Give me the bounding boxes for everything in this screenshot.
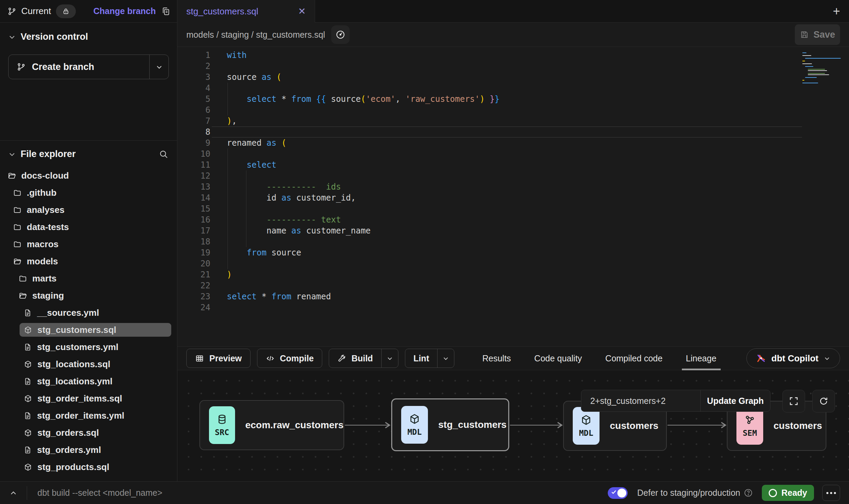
- file-item-stg-orders-sql[interactable]: stg_orders.sql: [0, 424, 177, 441]
- file-item-staging[interactable]: staging: [0, 287, 177, 304]
- node-label: ecom.raw_customers: [245, 420, 344, 431]
- lineage-selector-input[interactable]: 2+stg_customers+2: [581, 390, 701, 411]
- file-item-label: stg_locations.sql: [37, 359, 110, 370]
- lineage-panel[interactable]: SRCecom.raw_customersMDLstg_customersMDL…: [177, 370, 849, 481]
- line-number: 13: [177, 181, 212, 192]
- line-content: renamed as (: [212, 137, 802, 148]
- tab-lineage[interactable]: Lineage: [674, 347, 728, 370]
- preview-button[interactable]: Preview: [186, 349, 251, 368]
- code-line-1: 1with: [177, 50, 849, 61]
- line-number: 3: [177, 72, 212, 83]
- search-icon[interactable]: [159, 149, 169, 159]
- defer-toggle[interactable]: [608, 487, 628, 499]
- line-content: select * from renamed: [212, 291, 802, 302]
- close-icon[interactable]: ✕: [298, 6, 306, 17]
- tab-stg-customers[interactable]: stg_customers.sql ✕: [177, 0, 315, 23]
- code-line-10: 10: [177, 148, 849, 159]
- lint-dropdown[interactable]: [438, 355, 454, 362]
- dbt-copilot-button[interactable]: dbt Copilot: [746, 348, 840, 368]
- code-line-23: 23select * from renamed: [177, 291, 849, 302]
- file-item-label: stg_orders.sql: [37, 428, 99, 438]
- create-branch-dropdown[interactable]: [150, 63, 168, 71]
- file-item-analyses[interactable]: analyses: [0, 201, 177, 218]
- copilot-label: dbt Copilot: [771, 353, 818, 364]
- file-item-stg-locations-sql[interactable]: stg_locations.sql: [0, 356, 177, 373]
- file-item-macros[interactable]: macros: [0, 236, 177, 253]
- status-badge[interactable]: Ready: [762, 485, 814, 501]
- copy-icon[interactable]: [161, 6, 171, 16]
- chevron-down-icon[interactable]: [8, 151, 16, 158]
- line-content: [212, 127, 802, 137]
- lint-button[interactable]: Lint: [405, 349, 455, 368]
- code-line-9: 9renamed as (: [177, 137, 849, 148]
- code-editor[interactable]: 1with23source as (45 select * from {{ so…: [177, 47, 849, 346]
- file-item-stg-locations-yml[interactable]: stg_locations.yml: [0, 373, 177, 390]
- code-line-5: 5 select * from {{ source('ecom', 'raw_c…: [177, 94, 849, 105]
- minimap[interactable]: [802, 52, 839, 85]
- file-item--sources-yml[interactable]: __sources.yml: [0, 304, 177, 321]
- file-item-data-tests[interactable]: data-tests: [0, 218, 177, 236]
- code-line-12: 12: [177, 170, 849, 181]
- build-button[interactable]: Build: [329, 349, 398, 368]
- tab-results[interactable]: Results: [470, 347, 522, 370]
- build-dropdown[interactable]: [382, 355, 398, 362]
- create-branch-button[interactable]: Create branch: [8, 55, 169, 79]
- file-item-label: staging: [32, 290, 64, 301]
- more-options-button[interactable]: [822, 485, 840, 501]
- file-item-label: analyses: [27, 205, 65, 215]
- file-item--github[interactable]: .github: [0, 184, 177, 201]
- ide-app: Current Change branch Version control: [0, 0, 849, 481]
- indent-guide: [228, 159, 228, 170]
- new-tab-button[interactable]: +: [833, 4, 840, 19]
- fullscreen-button[interactable]: [782, 390, 805, 412]
- file-item-label: marts: [32, 273, 57, 284]
- lineage-node-ecom-raw-customers[interactable]: SRCecom.raw_customers: [199, 400, 344, 450]
- tab-code-quality[interactable]: Code quality: [523, 347, 594, 370]
- line-number: 9: [177, 137, 212, 148]
- change-branch-link[interactable]: Change branch: [93, 6, 156, 16]
- compass-icon[interactable]: [331, 25, 350, 44]
- file-item-stg-customers-yml[interactable]: stg_customers.yml: [0, 338, 177, 356]
- wrench-icon: [337, 354, 346, 363]
- file-item-stg-order-items-yml[interactable]: stg_order_items.yml: [0, 407, 177, 424]
- chevron-down-icon: [823, 355, 831, 362]
- refresh-button[interactable]: [812, 390, 835, 412]
- fullscreen-icon: [789, 396, 799, 406]
- file-item-stg-customers-sql[interactable]: stg_customers.sql: [20, 323, 171, 337]
- file-item-docs-cloud[interactable]: docs-cloud: [0, 167, 177, 184]
- file-item-models[interactable]: models: [0, 253, 177, 270]
- git-branch-icon: [8, 7, 16, 16]
- file-item-stg-order-items-sql[interactable]: stg_order_items.sql: [0, 390, 177, 407]
- code-line-8: 8: [177, 127, 849, 137]
- help-icon[interactable]: [744, 488, 753, 497]
- command-input[interactable]: dbt build --select <model_name>: [37, 488, 162, 498]
- refresh-icon: [818, 396, 829, 406]
- chevron-down-icon[interactable]: [8, 33, 16, 41]
- file-item-label: .github: [27, 188, 57, 198]
- file-sql-icon: [24, 360, 32, 369]
- compile-button[interactable]: Compile: [257, 349, 323, 368]
- chevron-up-icon[interactable]: [9, 489, 18, 497]
- line-number: 15: [177, 203, 212, 214]
- dbt-copilot-icon: [756, 353, 767, 364]
- code-line-15: 15: [177, 203, 849, 214]
- save-button[interactable]: Save: [795, 24, 840, 45]
- code-line-2: 2: [177, 61, 849, 72]
- file-item-stg-orders-yml[interactable]: stg_orders.yml: [0, 441, 177, 458]
- line-number: 20: [177, 258, 212, 269]
- code-line-18: 18: [177, 236, 849, 247]
- lineage-node-stg-customers[interactable]: MDLstg_customers: [391, 398, 509, 451]
- node-label: customers: [774, 420, 822, 431]
- line-number: 22: [177, 280, 212, 291]
- tab-compiled-code[interactable]: Compiled code: [594, 347, 674, 370]
- update-graph-button[interactable]: Update Graph: [701, 390, 770, 411]
- file-item-marts[interactable]: marts: [0, 270, 177, 287]
- indent-guide: [228, 181, 228, 192]
- file-yml-icon: [24, 309, 32, 317]
- status-circle-icon: [769, 489, 777, 497]
- line-content: [212, 170, 802, 181]
- file-item-stg-products-sql[interactable]: stg_products.sql: [0, 458, 177, 476]
- file-item-label: stg_order_items.yml: [37, 410, 124, 421]
- node-type-badge: MDL: [573, 407, 600, 445]
- code-line-20: 20: [177, 258, 849, 269]
